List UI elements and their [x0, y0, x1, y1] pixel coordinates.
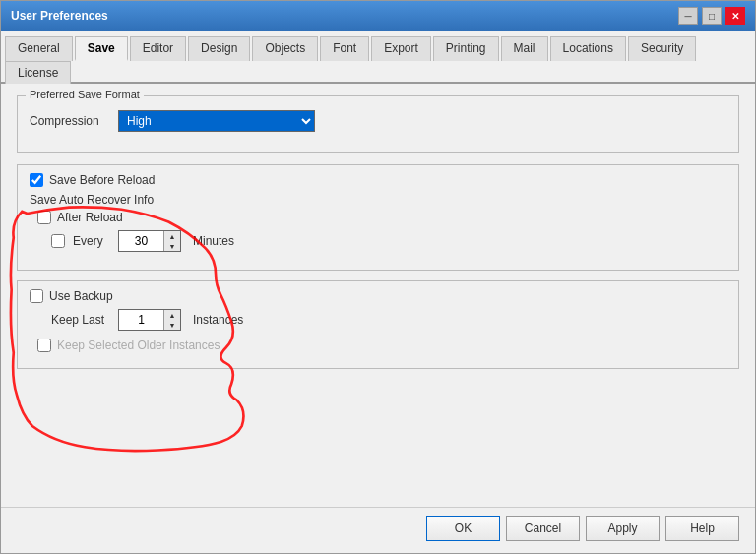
auto-recover-label: Save Auto Recover Info — [30, 193, 726, 207]
tab-security[interactable]: Security — [628, 36, 696, 61]
use-backup-row: Use Backup — [30, 289, 726, 303]
use-backup-checkbox[interactable] — [30, 289, 43, 303]
save-before-reload-checkbox[interactable] — [30, 173, 43, 187]
save-options-group: Save Before Reload Save Auto Recover Inf… — [17, 164, 739, 271]
instances-increment-btn[interactable]: ▲ — [164, 310, 180, 320]
tab-editor[interactable]: Editor — [130, 36, 186, 61]
instances-spinner: ▲ ▼ — [118, 309, 181, 331]
title-bar-buttons: ─ □ ✕ — [678, 7, 745, 25]
help-button[interactable]: Help — [665, 516, 739, 541]
tab-general[interactable]: General — [5, 36, 73, 61]
keep-last-label: Keep Last — [51, 313, 112, 327]
tab-printing[interactable]: Printing — [433, 36, 499, 61]
minutes-decrement-btn[interactable]: ▼ — [164, 241, 180, 251]
instances-input[interactable] — [119, 310, 163, 330]
tab-objects[interactable]: Objects — [252, 36, 318, 61]
keep-selected-label[interactable]: Keep Selected Older Instances — [57, 339, 220, 352]
save-before-reload-row: Save Before Reload — [30, 173, 726, 187]
instances-decrement-btn[interactable]: ▼ — [164, 320, 180, 330]
apply-button[interactable]: Apply — [586, 516, 660, 541]
tab-save[interactable]: Save — [75, 36, 128, 61]
button-bar: OK Cancel Apply Help — [1, 507, 755, 553]
minutes-unit-label: Minutes — [193, 234, 234, 248]
minutes-spinner: ▲ ▼ — [118, 230, 181, 252]
preferred-format-label: Preferred Save Format — [26, 89, 144, 100]
preferred-format-group: Preferred Save Format Compression High N… — [17, 95, 739, 153]
minutes-increment-btn[interactable]: ▲ — [164, 231, 180, 241]
instances-unit-label: Instances — [193, 313, 243, 327]
instances-spinner-buttons: ▲ ▼ — [163, 310, 180, 330]
user-preferences-dialog: User Preferences ─ □ ✕ General Save Edit… — [0, 0, 756, 554]
backup-group: Use Backup Keep Last ▲ ▼ Instances Keep … — [17, 280, 739, 369]
dialog-title: User Preferences — [11, 9, 108, 23]
title-bar: User Preferences ─ □ ✕ — [1, 1, 755, 31]
use-backup-label[interactable]: Use Backup — [49, 289, 113, 303]
every-minutes-row: Every ▲ ▼ Minutes — [51, 230, 726, 252]
keep-last-row: Keep Last ▲ ▼ Instances — [51, 309, 726, 331]
minutes-input[interactable] — [119, 231, 163, 251]
every-checkbox[interactable] — [51, 234, 65, 248]
minutes-spinner-buttons: ▲ ▼ — [163, 231, 180, 251]
tab-design[interactable]: Design — [188, 36, 250, 61]
tab-locations[interactable]: Locations — [550, 36, 626, 61]
after-reload-row: After Reload — [37, 211, 726, 224]
tab-export[interactable]: Export — [371, 36, 431, 61]
tab-mail[interactable]: Mail — [501, 36, 548, 61]
tab-font[interactable]: Font — [320, 36, 369, 61]
compression-select[interactable]: High None Low Medium — [118, 110, 315, 132]
compression-row: Compression High None Low Medium — [30, 110, 726, 132]
save-before-reload-label[interactable]: Save Before Reload — [49, 173, 155, 187]
keep-selected-row: Keep Selected Older Instances — [37, 339, 726, 352]
ok-button[interactable]: OK — [426, 516, 500, 541]
tab-bar: General Save Editor Design Objects Font … — [1, 31, 755, 84]
tab-license[interactable]: License — [5, 61, 71, 84]
tab-content: Preferred Save Format Compression High N… — [1, 84, 755, 507]
after-reload-label[interactable]: After Reload — [57, 211, 123, 224]
minimize-button[interactable]: ─ — [678, 7, 698, 25]
keep-selected-checkbox[interactable] — [37, 339, 51, 352]
close-button[interactable]: ✕ — [725, 7, 745, 25]
every-label[interactable]: Every — [73, 234, 112, 248]
cancel-button[interactable]: Cancel — [506, 516, 580, 541]
maximize-button[interactable]: □ — [702, 7, 722, 25]
compression-label: Compression — [30, 114, 118, 128]
after-reload-checkbox[interactable] — [37, 211, 51, 224]
